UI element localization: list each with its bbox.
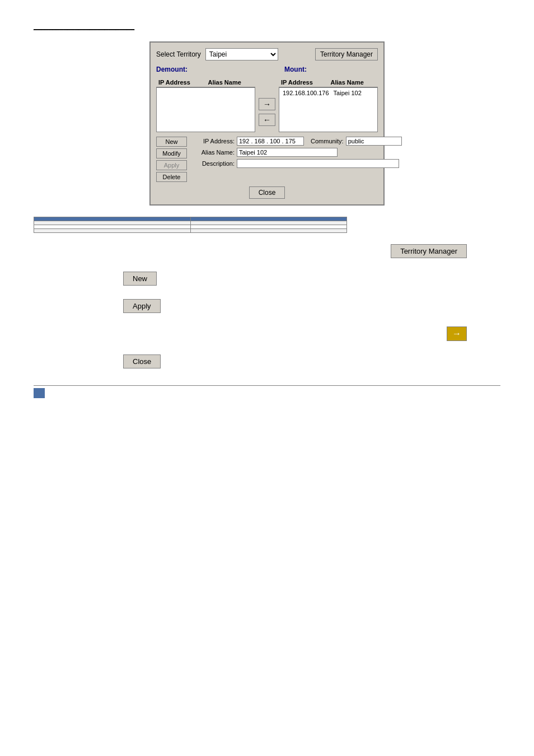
alias-name-label: Alias Name: [193,149,235,156]
arrow-btn-row: → [34,326,467,341]
ip-address-label: IP Address: [193,138,235,144]
arrow-right-button[interactable]: → [259,98,275,110]
close-btn-section: Close [34,354,500,368]
new-button[interactable]: New [156,137,187,147]
mount-listbox[interactable]: 192.168.100.176 Taipei 102 [279,87,378,132]
apply-btn-row: Apply [123,299,500,313]
demount-label: Demount: [156,66,188,73]
section-labels-row: Demount: Mount: [156,65,378,73]
territory-manager-button[interactable]: Territory Manager [315,48,378,60]
arrow-left-button[interactable]: ← [259,114,275,126]
demount-ip-header: IP Address [156,78,206,87]
demount-alias-header: Alias Name [206,78,256,87]
standalone-territory-manager-button[interactable]: Territory Manager [391,244,467,258]
table-cell [190,221,347,225]
arrow-section: → [34,326,500,341]
lists-area: IP Address Alias Name → ← IP Address [156,78,378,132]
alias-name-input[interactable] [237,148,338,157]
ip-address-row: IP Address: Community: [193,137,402,146]
description-row: Description: [193,159,402,168]
table-row [34,225,347,229]
mount-list-item: 192.168.100.176 Taipei 102 [280,89,376,97]
mount-list-container: IP Address Alias Name 192.168.100.176 Ta… [279,78,378,132]
mount-ip-header: IP Address [279,78,329,87]
standalone-apply-button[interactable]: Apply [123,299,161,313]
standalone-close-button[interactable]: Close [123,354,161,368]
mount-alias-header: Alias Name [329,78,378,87]
community-input[interactable] [346,137,402,146]
territory-manager-section: Territory Manager [34,244,500,258]
table-cell [34,229,191,233]
arrows-column: → ← [255,92,279,132]
table-header-col2 [190,217,347,221]
apply-button[interactable]: Apply [156,160,187,170]
description-label: Description: [193,160,235,167]
demount-list-header: IP Address Alias Name [156,78,255,87]
form-area: New Modify Apply Delete IP Address: Comm… [156,137,378,182]
alias-name-row: Alias Name: [193,148,402,157]
demount-list-container: IP Address Alias Name [156,78,255,132]
close-btn-row: Close [123,354,500,368]
select-territory-label: Select Territory [156,50,201,58]
table-row [34,229,347,233]
new-btn-row: New [123,272,500,286]
demount-section: Demount: [156,65,250,73]
mount-list-header: IP Address Alias Name [279,78,378,87]
standalone-new-button[interactable]: New [123,272,157,286]
close-row: Close [156,186,378,199]
territory-manager-btn-row: Territory Manager [34,244,467,258]
demount-listbox[interactable] [156,87,255,132]
table-cell [190,225,347,229]
dialog-wrapper: Select Territory Taipei New York London … [34,41,500,206]
action-buttons: New Modify Apply Delete [156,137,187,182]
delete-button[interactable]: Delete [156,172,187,182]
territory-select[interactable]: Taipei New York London [205,48,278,60]
mount-alias-cell: Taipei 102 [331,89,376,97]
modify-button[interactable]: Modify [156,148,187,158]
info-table-wrapper [34,217,500,233]
table-cell [34,225,191,229]
table-header-col1 [34,217,191,221]
fields-area: IP Address: Community: Alias Name: Descr… [193,137,402,182]
table-row [34,221,347,225]
community-label: Community: [311,138,344,144]
new-btn-section: New [34,272,500,286]
territory-row: Select Territory Taipei New York London … [156,48,378,60]
mount-list-inner: 192.168.100.176 Taipei 102 [279,88,377,98]
bottom-divider [34,385,500,386]
top-link: ___________________________ [34,22,500,30]
ip-address-input[interactable] [237,137,304,146]
mount-label: Mount: [284,66,307,73]
standalone-arrow-right[interactable]: → [447,326,467,341]
mount-section-label: Mount: [284,65,378,73]
table-cell [34,221,191,225]
dialog: Select Territory Taipei New York London … [149,41,385,206]
mount-ip-cell: 192.168.100.176 [280,89,331,97]
apply-btn-section: Apply [34,299,500,313]
demount-list-inner [157,88,255,90]
table-cell [190,229,347,233]
close-button[interactable]: Close [249,186,285,199]
table-header-row [34,217,347,221]
bottom-bar [34,388,45,398]
info-table [34,217,347,233]
description-input[interactable] [237,159,399,168]
